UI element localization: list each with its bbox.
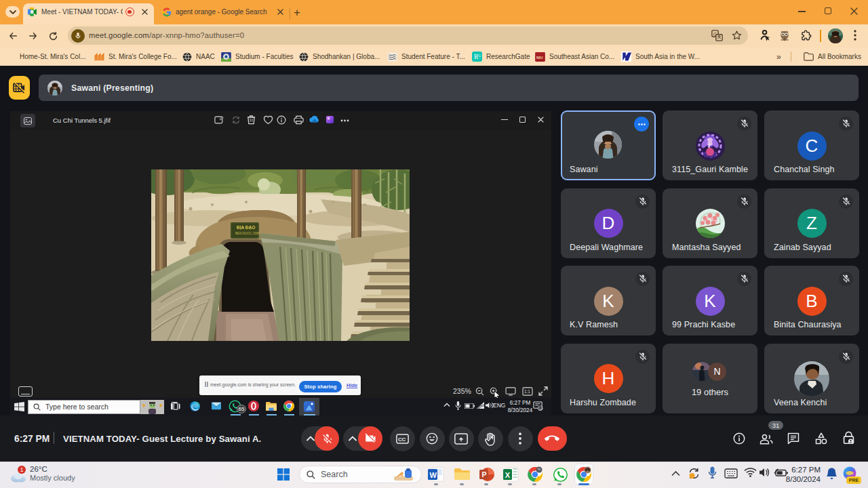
- svg-text:CC: CC: [398, 436, 406, 442]
- svg-text:19: 19: [538, 407, 542, 411]
- svg-text:G: G: [478, 54, 481, 58]
- svg-text:ĐỊA ĐẠO: ĐỊA ĐẠO: [237, 225, 255, 230]
- svg-text:NIU: NIU: [536, 55, 543, 59]
- svg-text:BEN DUOC 1968: BEN DUOC 1968: [235, 232, 260, 235]
- svg-text:X: X: [505, 471, 510, 479]
- svg-text:P: P: [481, 470, 486, 479]
- svg-text:W: W: [430, 471, 437, 479]
- svg-text:1:1: 1:1: [524, 389, 530, 394]
